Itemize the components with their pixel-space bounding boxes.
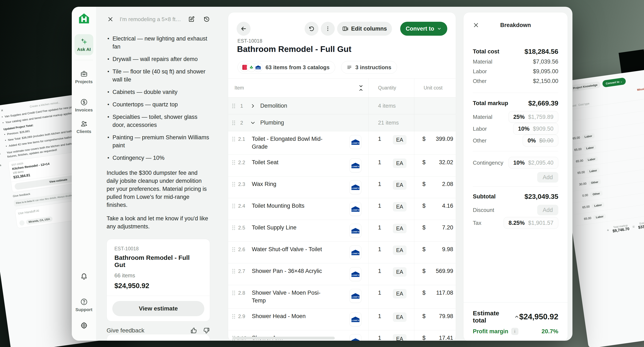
item-name[interactable]: Toilet Supply Line [252, 224, 296, 232]
lowes-vendor-badge[interactable]: LOWE'S [350, 289, 361, 303]
lowes-vendor-badge[interactable]: LOWE'S [350, 135, 361, 149]
item-quantity[interactable]: 1 [378, 224, 381, 232]
item-name[interactable]: Shower Head - Moen [252, 312, 306, 320]
drag-handle-icon[interactable] [231, 160, 236, 166]
drag-handle-icon[interactable] [231, 314, 236, 319]
view-estimate-button[interactable]: View estimate [112, 301, 204, 316]
thumbs-down-icon[interactable] [203, 327, 210, 334]
catalogs-badge[interactable]: LOWE'S 63 items from 3 catalogs [238, 61, 335, 74]
drag-handle-icon[interactable] [231, 225, 236, 231]
table-row[interactable]: 2.5 Toilet Supply Line LOWE'S 1 EA $ 7.2… [228, 220, 456, 242]
item-unit[interactable]: EA [393, 289, 406, 298]
group-row-demolition[interactable]: 1 Demolition 4 items [228, 98, 456, 114]
chat-history-button[interactable] [201, 13, 212, 25]
item-unit-cost[interactable]: 4.16 [442, 202, 453, 210]
item-name[interactable]: Shower Valve - Moen Posi-Temp [252, 289, 324, 304]
table-row[interactable]: 2.2 Toilet Seat LOWE'S 1 EA $ 32.02 [228, 155, 456, 176]
lowes-vendor-badge[interactable]: LOWE'S [350, 180, 361, 194]
item-name[interactable]: Wax Ring [252, 180, 276, 188]
item-unit[interactable]: EA [393, 267, 406, 277]
item-unit[interactable]: EA [393, 158, 406, 168]
drag-handle-icon[interactable] [231, 120, 236, 126]
chevron-down-icon[interactable] [250, 120, 256, 126]
drag-handle-icon[interactable] [231, 181, 236, 187]
horizontal-scrollbar[interactable] [232, 337, 335, 340]
edit-columns-button[interactable]: Edit columns [337, 22, 392, 36]
item-quantity[interactable]: 1 [378, 246, 381, 253]
undo-button[interactable] [304, 22, 318, 36]
info-icon[interactable]: i [511, 328, 518, 335]
table-row[interactable]: 2.7 Shower Pan - 36×48 Acrylic LOWE'S 1 … [228, 264, 456, 285]
chat-input-placeholder[interactable]: Use Handoff AI [114, 340, 203, 341]
item-unit-cost[interactable]: 117.08 [436, 289, 453, 297]
notifications-button[interactable] [72, 272, 96, 280]
collapse-all-button[interactable] [358, 84, 364, 92]
sidebar-item-clients[interactable]: Clients [72, 120, 96, 134]
item-unit-cost[interactable]: 79.98 [439, 312, 453, 320]
item-unit-cost[interactable]: 399.09 [436, 135, 453, 143]
new-chat-button[interactable] [186, 13, 197, 25]
thumbs-up-icon[interactable] [190, 327, 197, 334]
table-row[interactable]: 2.1 Toilet - Elongated Bowl Mid-Grade LO… [228, 131, 456, 155]
estimate-page-title[interactable]: Bathroom Remodel - Full Gut [237, 44, 352, 54]
sidebar-item-invoices[interactable]: Invoices [72, 98, 96, 112]
item-unit-cost[interactable]: 17.41 [439, 334, 453, 341]
item-quantity[interactable]: 1 [378, 158, 381, 166]
close-breakdown-icon[interactable] [473, 22, 479, 28]
contingency-input[interactable]: 10%$2,095.40 [508, 157, 558, 169]
lowes-vendor-badge[interactable]: LOWE'S [350, 246, 361, 260]
item-unit-cost[interactable]: 32.02 [439, 158, 453, 166]
lowes-vendor-badge[interactable]: LOWE'S [350, 202, 361, 216]
sidebar-item-support[interactable]: Support [72, 298, 96, 312]
item-unit[interactable]: EA [393, 180, 406, 190]
table-row[interactable]: 2.9 Shower Head - Moen LOWE'S 1 EA $ 79.… [228, 308, 456, 330]
drag-handle-icon[interactable] [231, 246, 236, 252]
item-unit-cost[interactable]: 2.08 [442, 180, 453, 188]
estimate-total-label[interactable]: Estimate total [473, 310, 519, 324]
close-chat-button[interactable] [104, 13, 116, 25]
drag-handle-icon[interactable] [231, 268, 236, 274]
lowes-vendor-badge[interactable]: LOWE'S [350, 334, 361, 341]
table-row[interactable]: 2.6 Water Shut-off Valve - Toilet LOWE'S… [228, 242, 456, 264]
table-row[interactable]: 2.8 Shower Valve - Moen Posi-Temp LOWE'S… [228, 285, 456, 308]
item-unit[interactable]: EA [393, 135, 406, 144]
item-unit-cost[interactable]: 9.98 [442, 246, 453, 253]
add-discount-button[interactable]: Add [537, 205, 558, 215]
more-options-button[interactable] [321, 22, 335, 36]
handoff-logo[interactable] [78, 13, 90, 24]
back-button[interactable] [236, 22, 250, 36]
table-row[interactable]: 2.3 Wax Ring LOWE'S 1 EA $ 2.08 [228, 176, 456, 198]
chat-input-card[interactable]: Use Handoff AI Use ⌘ + Return to submit … [106, 334, 210, 341]
lowes-vendor-badge[interactable]: LOWE'S [350, 224, 361, 238]
markup-labor-input[interactable]: 10%$909.50 [513, 123, 558, 135]
tax-input[interactable]: 8.25%$1,901.57 [504, 217, 558, 229]
table-row[interactable]: 2.4 Toilet Mounting Bolts LOWE'S 1 EA $ … [228, 198, 456, 220]
sidebar-item-ask-ai[interactable]: Ask AI [74, 34, 93, 55]
settings-button[interactable] [72, 322, 96, 329]
drag-handle-icon[interactable] [231, 290, 236, 296]
item-quantity[interactable]: 1 [378, 267, 381, 275]
item-name[interactable]: Water Shut-off Valve - Toilet [252, 246, 322, 253]
item-unit[interactable]: EA [393, 246, 406, 255]
item-unit[interactable]: EA [393, 312, 406, 322]
drag-handle-icon[interactable] [231, 103, 236, 109]
instructions-badge[interactable]: 3 instructions [341, 61, 397, 74]
chevron-right-icon[interactable] [250, 103, 256, 109]
chat-messages[interactable]: Electrical — new lighting and exhaust fa… [96, 32, 220, 341]
item-name[interactable]: Shower Pan - 36×48 Acrylic [252, 267, 322, 275]
item-quantity[interactable]: 1 [378, 289, 381, 297]
item-unit[interactable]: EA [393, 334, 406, 341]
item-name[interactable]: Toilet Seat [252, 158, 278, 166]
sidebar-item-projects[interactable]: Projects [72, 70, 96, 84]
item-unit[interactable]: EA [393, 224, 406, 233]
item-quantity[interactable]: 1 [378, 135, 381, 143]
convert-to-button[interactable]: Convert to [400, 22, 447, 36]
item-unit[interactable]: EA [393, 202, 406, 212]
drag-handle-icon[interactable] [231, 136, 236, 142]
markup-material-input[interactable]: 25%$1,759.89 [508, 111, 558, 123]
markup-other-input[interactable]: 0%$0.00 [523, 135, 558, 146]
group-row-plumbing[interactable]: 2 Plumbing 21 items [228, 114, 456, 131]
item-name[interactable]: Toilet - Elongated Bowl Mid-Grade [252, 135, 324, 151]
item-quantity[interactable]: 1 [378, 312, 381, 320]
lowes-vendor-badge[interactable]: LOWE'S [350, 267, 361, 281]
